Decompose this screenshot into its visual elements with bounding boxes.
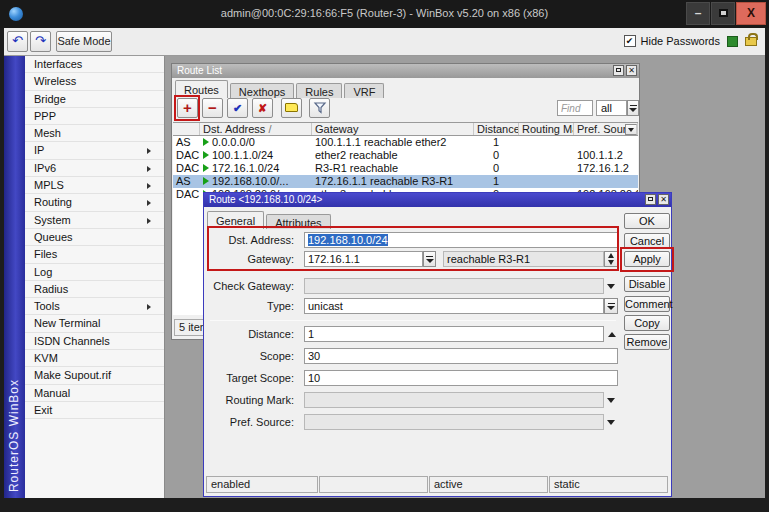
sidebar-item-make-supout[interactable]: Make Supout.rif [25, 367, 164, 384]
filter-scope-select[interactable]: all [596, 100, 627, 116]
gateway-input[interactable]: 172.16.1.1 [304, 251, 423, 267]
check-gateway-select[interactable] [304, 278, 604, 294]
table-row[interactable]: AS 0.0.0.0/0 100.1.1.1 reachable ether2 … [173, 136, 638, 149]
routing-mark-dropdown-button[interactable] [604, 392, 618, 408]
disable-route-button[interactable]: ✘ [252, 98, 273, 118]
route-table-header: Dst. Address / Gateway Distance Routing … [173, 123, 638, 136]
remove-button[interactable]: Remove [624, 334, 670, 350]
sidebar-item-mpls[interactable]: MPLS [25, 177, 164, 194]
route-dialog-titlebar[interactable]: Route <192.168.10.0/24> ✕ [204, 193, 671, 207]
route-dialog-close-button[interactable]: ✕ [658, 194, 669, 205]
sidebar-item-ip[interactable]: IP [25, 142, 164, 159]
route-list-close-button[interactable]: ✕ [626, 65, 637, 76]
sidebar-item-interfaces[interactable]: Interfaces [25, 56, 164, 73]
tab-rules[interactable]: Rules [296, 83, 342, 98]
maximize-button[interactable] [711, 2, 735, 25]
route-flag-icon [203, 151, 209, 159]
sidebar-item-isdn-channels[interactable]: ISDN Channels [25, 333, 164, 350]
sort-indicator: / [268, 123, 271, 135]
status-empty [319, 476, 428, 493]
cancel-button[interactable]: Cancel [624, 233, 670, 249]
status-enabled: enabled [206, 476, 318, 493]
copy-button[interactable]: Copy [624, 315, 670, 331]
table-row[interactable]: DAC 172.16.1.0/24 R3-R1 reachable 0 172.… [173, 162, 638, 175]
apply-button[interactable]: Apply [624, 251, 670, 267]
tab-nexthops[interactable]: Nexthops [230, 83, 294, 98]
gateway-dropdown-button[interactable] [423, 251, 436, 267]
gateway-add-remove-spinner[interactable] [604, 251, 618, 267]
sidebar-item-log[interactable]: Log [25, 264, 164, 281]
remove-route-button[interactable]: − [202, 98, 223, 118]
sidebar-item-mesh[interactable]: Mesh [25, 125, 164, 142]
comment-button[interactable] [281, 98, 302, 118]
sidebar-item-system[interactable]: System [25, 212, 164, 229]
sidebar-item-ppp[interactable]: PPP [25, 108, 164, 125]
route-flag-icon [203, 177, 209, 185]
table-row[interactable]: DAC 100.1.1.0/24 ether2 reachable 0 100.… [173, 149, 638, 162]
sidebar-item-tools[interactable]: Tools [25, 298, 164, 315]
column-dst-address[interactable]: Dst. Address / [200, 123, 312, 135]
tab-routes[interactable]: Routes [175, 80, 228, 98]
sidebar-item-queues[interactable]: Queues [25, 229, 164, 246]
close-button[interactable]: X [736, 2, 766, 25]
column-gateway[interactable]: Gateway [312, 123, 474, 135]
column-options-dropdown-button[interactable] [625, 124, 637, 135]
column-flags[interactable] [173, 123, 200, 135]
sidebar-item-routing[interactable]: Routing [25, 194, 164, 211]
type-dropdown-button[interactable] [604, 298, 618, 314]
dst-address-input[interactable]: 192.168.10.0/24 [304, 232, 618, 248]
distance-label: Distance: [204, 328, 299, 340]
target-scope-input[interactable]: 10 [304, 370, 618, 386]
distance-input[interactable]: 1 [304, 326, 604, 342]
safe-mode-button[interactable]: Safe Mode [56, 31, 112, 52]
funnel-icon [313, 101, 327, 115]
pref-source-dropdown-button[interactable] [604, 414, 618, 430]
distance-spinner-up[interactable] [606, 329, 618, 339]
undo-button[interactable]: ↶ [7, 31, 28, 52]
tab-attributes[interactable]: Attributes [266, 214, 330, 229]
comment-folder-icon [285, 103, 298, 112]
scope-input[interactable]: 30 [304, 348, 618, 364]
check-gateway-dropdown-button[interactable] [604, 278, 618, 294]
connection-status-icon [727, 36, 738, 47]
find-input[interactable] [557, 100, 593, 116]
pref-source-label: Pref. Source: [204, 416, 299, 428]
sidebar-item-bridge[interactable]: Bridge [25, 91, 164, 108]
ok-button[interactable]: OK [624, 213, 670, 229]
comment-button[interactable]: Comment [624, 296, 670, 312]
sidebar-item-new-terminal[interactable]: New Terminal [25, 315, 164, 332]
sidebar-item-wireless[interactable]: Wireless [25, 73, 164, 90]
filter-scope-dropdown-button[interactable] [627, 100, 639, 116]
column-distance[interactable]: Distance [474, 123, 519, 135]
tab-vrf[interactable]: VRF [344, 83, 384, 98]
filter-button[interactable] [309, 98, 330, 118]
routing-mark-select[interactable] [304, 392, 604, 408]
minimize-button[interactable]: – [686, 2, 710, 25]
route-flag-icon [203, 164, 209, 172]
route-dialog-maximize-button[interactable] [645, 194, 656, 205]
sidebar-item-exit[interactable]: Exit [25, 402, 164, 419]
route-flag-icon [203, 138, 209, 146]
sidebar-item-manual[interactable]: Manual [25, 385, 164, 402]
type-select[interactable]: unicast [304, 298, 604, 314]
sidebar-item-kvm[interactable]: KVM [25, 350, 164, 367]
table-row-selected[interactable]: AS 192.168.10.0/... 172.16.1.1 reachable… [173, 175, 638, 188]
pref-source-select[interactable] [304, 414, 604, 430]
status-active: active [429, 476, 548, 493]
app-titlebar: admin@00:0C:29:16:66:F5 (Router-3) - Win… [0, 0, 769, 28]
check-gateway-label: Check Gateway: [204, 280, 299, 292]
tab-general[interactable]: General [207, 211, 264, 229]
hide-passwords-checkbox[interactable]: ✔ [624, 35, 636, 47]
redo-button[interactable]: ↷ [30, 31, 51, 52]
hide-passwords-label: Hide Passwords [641, 35, 720, 47]
route-list-maximize-button[interactable] [613, 65, 624, 76]
route-dialog-title: Route <192.168.10.0/24> [209, 194, 322, 205]
sidebar-item-ipv6[interactable]: IPv6 [25, 160, 164, 177]
column-routing-mark[interactable]: Routing Mark [519, 123, 574, 135]
route-list-titlebar[interactable]: Route List ✕ [172, 64, 639, 78]
sidebar-item-radius[interactable]: Radius [25, 281, 164, 298]
disable-button[interactable]: Disable [624, 276, 670, 292]
enable-route-button[interactable]: ✔ [227, 98, 248, 118]
add-route-button[interactable]: + [177, 98, 198, 118]
sidebar-item-files[interactable]: Files [25, 246, 164, 263]
